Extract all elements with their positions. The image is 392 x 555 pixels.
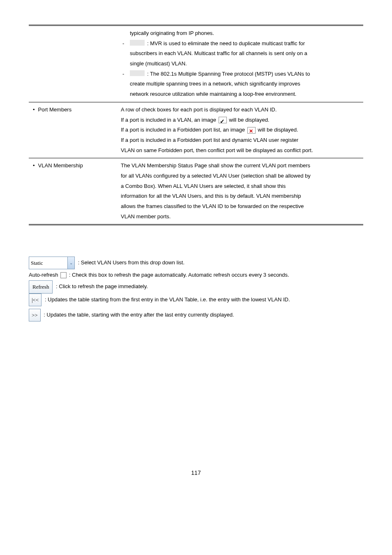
row2-l2b: will be displayed. [229,117,269,123]
dash: - [122,69,130,79]
row3-label: VLAN Membership [29,158,119,225]
cross-icon [247,127,256,134]
refresh-desc: : Click to refresh the page immediately. [56,283,148,289]
row2-label-text: Port Members [33,106,71,113]
refresh-button[interactable]: Refresh [29,280,53,293]
checkmark-icon [219,117,227,123]
row3-l5: allows the frames classified to the VLAN… [121,201,362,212]
row2-l1: A row of check boxes for each port is di… [121,105,362,115]
first-line: |<< : Updates the table starting from th… [29,294,363,306]
row2-l2a: If a port is included in a VLAN, an imag… [121,117,218,123]
row2-l4: If a port is included in a Forbidden por… [121,135,362,146]
vlan-help-table: typically originating from IP phones. - … [29,25,363,225]
row2-body: A row of check boxes for each port is di… [119,102,363,158]
row-label-empty [29,26,119,102]
next-desc: : Updates the table, starting with the e… [44,312,234,318]
row3-l2: for all VLANs configured by a selected V… [121,171,362,181]
first-page-button[interactable]: |<< [29,294,42,306]
dropdown-value: Static [29,257,67,269]
auto-refresh-checkbox[interactable] [60,272,67,278]
row2-l3b: will be displayed. [258,127,298,133]
auto-refresh-line: Auto-refresh : Check this box to refresh… [29,269,363,280]
mvr-label-chip [130,40,145,46]
mvr-text-1: : MVR is used to eliminate the need to d… [147,39,362,49]
mvr-text-3: single (multicast) VLAN. [130,59,362,69]
row1-body: typically originating from IP phones. - … [119,26,363,102]
mstp-text-1: : The 802.1s Multiple Spanning Tree prot… [147,69,362,79]
first-desc: : Updates the table starting from the fi… [45,296,290,303]
vlan-user-dropdown[interactable]: Static ⌄ [29,257,75,269]
row3-l3: a Combo Box). When ALL VLAN Users are se… [121,181,362,192]
next-line: >> : Updates the table, starting with th… [29,309,363,321]
dropdown-line: Static ⌄ : Select VLAN Users from this d… [29,257,363,269]
row3-l6: VLAN member ports. [121,212,362,222]
buttons-heading: Buttons [29,242,363,253]
mvr-text-2: subscribers in each VLAN. Multicast traf… [130,49,362,59]
dropdown-desc: : Select VLAN Users from this drop down … [78,259,184,266]
chevron-down-icon: ⌄ [67,257,74,269]
auto-refresh-desc: : Check this box to refresh the page aut… [69,272,289,278]
buttons-section: Buttons Static ⌄ : Select VLAN Users fro… [29,242,363,321]
row2-l2: If a port is included in a VLAN, an imag… [121,115,362,125]
row3-l4: information for all the VLAN Users, and … [121,191,362,201]
row3-body: The VLAN Membership Status Page shall sh… [119,158,363,225]
row3-label-text: VLAN Membership [33,162,83,169]
next-page-button[interactable]: >> [29,309,41,321]
mstp-text-2: create multiple spanning trees in a netw… [130,79,362,89]
mstp-label-chip [130,70,145,76]
row2-l3a: If a port is included in a Forbidden por… [121,127,247,133]
row1-line1: typically originating from IP phones. [130,28,362,39]
page-number: 117 [29,469,363,476]
refresh-line: Refresh : Click to refresh the page imme… [29,280,363,293]
row2-label: Port Members [29,102,119,158]
mstp-text-3: network resource utilization while maint… [130,89,362,99]
row3-l1: The VLAN Membership Status Page shall sh… [121,161,362,171]
row2-l5: VLAN on same Forbidden port, then confli… [121,146,362,156]
row2-l3: If a port is included in a Forbidden por… [121,125,362,135]
auto-refresh-prefix: Auto-refresh [29,272,60,278]
dash: - [122,39,130,49]
